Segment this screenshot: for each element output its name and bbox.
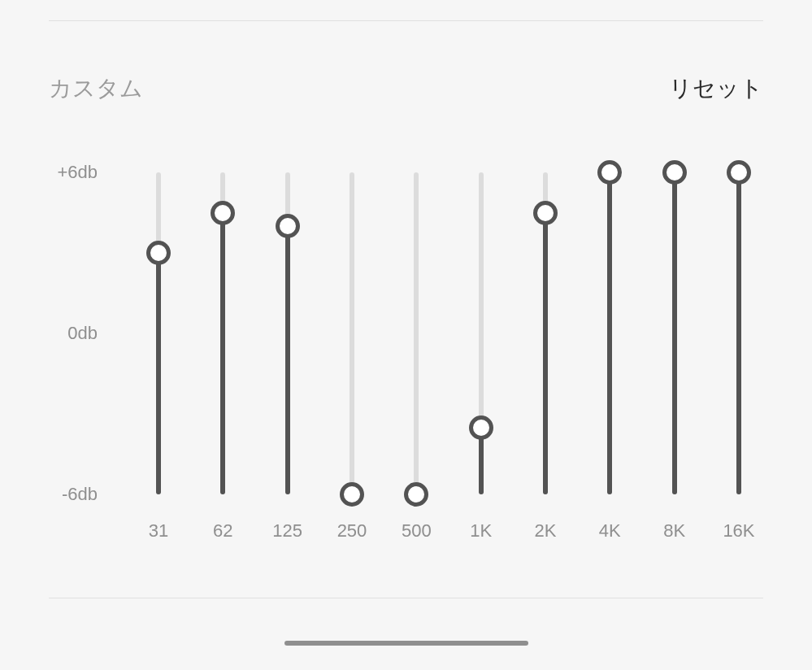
freq-label: 250: [337, 520, 367, 542]
slider-track-fill: [672, 172, 677, 494]
slider-thumb[interactable]: [340, 482, 364, 507]
slider-thumb[interactable]: [533, 201, 558, 225]
eq-slider-125[interactable]: 125: [263, 163, 312, 504]
freq-label: 31: [149, 520, 168, 542]
freq-label: 500: [402, 520, 432, 542]
slider-track-fill: [156, 253, 161, 494]
slider-track-bg: [350, 172, 354, 494]
slider-track[interactable]: [134, 163, 183, 504]
slider-track[interactable]: [650, 163, 699, 504]
sliders-container: 31621252505001K2K4K8K16K: [134, 163, 763, 504]
y-axis-max: +6db: [57, 162, 98, 183]
eq-slider-31[interactable]: 31: [134, 163, 183, 504]
top-divider: [49, 20, 763, 21]
slider-track-bg: [414, 172, 419, 494]
freq-label: 2K: [535, 520, 557, 542]
slider-track[interactable]: [521, 163, 570, 504]
eq-slider-4K[interactable]: 4K: [585, 163, 634, 504]
slider-track[interactable]: [585, 163, 634, 504]
freq-label: 8K: [663, 520, 685, 542]
slider-track[interactable]: [714, 163, 763, 504]
reset-button[interactable]: リセット: [669, 73, 763, 104]
slider-thumb[interactable]: [211, 201, 235, 225]
y-axis: +6db 0db -6db: [49, 163, 110, 504]
bottom-divider: [49, 598, 763, 598]
preset-label: カスタム: [49, 73, 143, 104]
eq-slider-16K[interactable]: 16K: [714, 163, 763, 504]
eq-slider-250[interactable]: 250: [328, 163, 376, 504]
freq-label: 1K: [470, 520, 492, 542]
slider-thumb[interactable]: [662, 160, 687, 185]
freq-label: 62: [213, 520, 232, 542]
header: カスタム リセット: [49, 73, 763, 104]
slider-track-fill: [543, 213, 548, 495]
eq-slider-1K[interactable]: 1K: [457, 163, 506, 504]
y-axis-min: -6db: [62, 484, 98, 505]
y-axis-mid: 0db: [67, 323, 98, 344]
slider-track[interactable]: [198, 163, 247, 504]
slider-track[interactable]: [328, 163, 376, 504]
freq-label: 4K: [599, 520, 621, 542]
slider-thumb[interactable]: [597, 160, 622, 185]
slider-track[interactable]: [457, 163, 506, 504]
eq-slider-500[interactable]: 500: [392, 163, 441, 504]
slider-track[interactable]: [392, 163, 441, 504]
eq-slider-62[interactable]: 62: [198, 163, 247, 504]
slider-thumb[interactable]: [146, 241, 171, 265]
slider-track[interactable]: [263, 163, 312, 504]
equalizer: +6db 0db -6db 31621252505001K2K4K8K16K: [49, 163, 763, 553]
slider-thumb[interactable]: [469, 415, 493, 440]
slider-thumb[interactable]: [727, 160, 751, 185]
freq-label: 16K: [723, 520, 754, 542]
freq-label: 125: [272, 520, 302, 542]
home-indicator[interactable]: [284, 641, 528, 646]
slider-track-fill: [736, 172, 741, 494]
slider-track-fill: [607, 172, 612, 494]
eq-slider-8K[interactable]: 8K: [650, 163, 699, 504]
slider-thumb[interactable]: [276, 214, 300, 238]
slider-track-fill: [285, 226, 290, 494]
slider-track-fill: [220, 213, 225, 495]
slider-thumb[interactable]: [404, 482, 428, 507]
eq-slider-2K[interactable]: 2K: [521, 163, 570, 504]
